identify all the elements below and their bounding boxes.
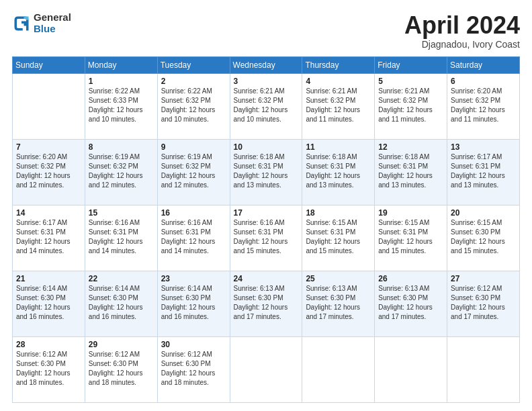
page: General Blue April 2024 Djagnadou, Ivory… — [0, 0, 532, 411]
day-number: 18 — [306, 208, 371, 218]
table-cell: 10Sunrise: 6:18 AMSunset: 6:31 PMDayligh… — [230, 139, 302, 205]
day-number: 23 — [161, 274, 226, 283]
day-info: Sunrise: 6:12 AMSunset: 6:30 PMDaylight:… — [451, 284, 516, 322]
table-cell: 22Sunrise: 6:14 AMSunset: 6:30 PMDayligh… — [85, 271, 157, 336]
col-saturday: Saturday — [447, 56, 520, 73]
day-number: 9 — [161, 142, 226, 152]
day-info: Sunrise: 6:17 AMSunset: 6:31 PMDaylight:… — [16, 218, 81, 256]
day-info: Sunrise: 6:18 AMSunset: 6:31 PMDaylight:… — [306, 152, 371, 190]
table-cell: 1Sunrise: 6:22 AMSunset: 6:33 PMDaylight… — [85, 73, 157, 139]
day-number: 27 — [451, 274, 516, 283]
table-cell: 7Sunrise: 6:20 AMSunset: 6:32 PMDaylight… — [13, 139, 85, 205]
day-number: 13 — [451, 142, 516, 152]
table-cell: 19Sunrise: 6:15 AMSunset: 6:31 PMDayligh… — [375, 205, 447, 271]
day-info: Sunrise: 6:15 AMSunset: 6:30 PMDaylight:… — [451, 218, 516, 256]
table-cell: 29Sunrise: 6:12 AMSunset: 6:30 PMDayligh… — [85, 336, 157, 402]
table-cell: 2Sunrise: 6:22 AMSunset: 6:32 PMDaylight… — [157, 73, 230, 139]
day-info: Sunrise: 6:18 AMSunset: 6:31 PMDaylight:… — [234, 152, 299, 190]
table-cell: 13Sunrise: 6:17 AMSunset: 6:31 PMDayligh… — [447, 139, 520, 205]
day-info: Sunrise: 6:13 AMSunset: 6:30 PMDaylight:… — [306, 284, 371, 322]
day-info: Sunrise: 6:20 AMSunset: 6:32 PMDaylight:… — [16, 152, 81, 190]
table-cell: 25Sunrise: 6:13 AMSunset: 6:30 PMDayligh… — [302, 271, 375, 336]
col-wednesday: Wednesday — [230, 56, 302, 73]
table-cell: 3Sunrise: 6:21 AMSunset: 6:32 PMDaylight… — [230, 73, 302, 139]
logo-general: General — [34, 12, 71, 24]
day-info: Sunrise: 6:22 AMSunset: 6:32 PMDaylight:… — [161, 87, 226, 124]
day-number: 19 — [378, 208, 443, 218]
table-cell: 9Sunrise: 6:19 AMSunset: 6:32 PMDaylight… — [157, 139, 230, 205]
day-info: Sunrise: 6:14 AMSunset: 6:30 PMDaylight:… — [161, 284, 226, 322]
day-info: Sunrise: 6:12 AMSunset: 6:30 PMDaylight:… — [89, 350, 154, 387]
day-info: Sunrise: 6:21 AMSunset: 6:32 PMDaylight:… — [378, 87, 443, 124]
day-info: Sunrise: 6:16 AMSunset: 6:31 PMDaylight:… — [234, 218, 299, 256]
table-cell: 17Sunrise: 6:16 AMSunset: 6:31 PMDayligh… — [230, 205, 302, 271]
table-cell: 15Sunrise: 6:16 AMSunset: 6:31 PMDayligh… — [85, 205, 157, 271]
col-sunday: Sunday — [13, 56, 85, 73]
day-info: Sunrise: 6:12 AMSunset: 6:30 PMDaylight:… — [161, 350, 226, 387]
day-info: Sunrise: 6:17 AMSunset: 6:31 PMDaylight:… — [451, 152, 516, 190]
day-number: 7 — [16, 142, 81, 152]
table-cell: 5Sunrise: 6:21 AMSunset: 6:32 PMDaylight… — [375, 73, 447, 139]
table-cell — [302, 336, 375, 402]
day-info: Sunrise: 6:15 AMSunset: 6:31 PMDaylight:… — [306, 218, 371, 256]
table-cell: 20Sunrise: 6:15 AMSunset: 6:30 PMDayligh… — [447, 205, 520, 271]
day-info: Sunrise: 6:22 AMSunset: 6:33 PMDaylight:… — [89, 87, 154, 124]
day-number: 17 — [234, 208, 299, 218]
table-cell: 4Sunrise: 6:21 AMSunset: 6:32 PMDaylight… — [302, 73, 375, 139]
week-row-4: 21Sunrise: 6:14 AMSunset: 6:30 PMDayligh… — [13, 271, 520, 336]
day-number: 29 — [89, 340, 154, 349]
header: General Blue April 2024 Djagnadou, Ivory… — [12, 12, 520, 50]
day-number: 28 — [16, 340, 81, 349]
table-cell — [447, 336, 520, 402]
table-cell: 6Sunrise: 6:20 AMSunset: 6:32 PMDaylight… — [447, 73, 520, 139]
day-number: 6 — [451, 77, 516, 86]
table-cell: 28Sunrise: 6:12 AMSunset: 6:30 PMDayligh… — [13, 336, 85, 402]
col-friday: Friday — [375, 56, 447, 73]
day-number: 26 — [378, 274, 443, 283]
day-number: 11 — [306, 142, 371, 152]
table-cell: 12Sunrise: 6:18 AMSunset: 6:31 PMDayligh… — [375, 139, 447, 205]
day-number: 30 — [161, 340, 226, 349]
col-tuesday: Tuesday — [157, 56, 230, 73]
table-cell: 21Sunrise: 6:14 AMSunset: 6:30 PMDayligh… — [13, 271, 85, 336]
day-info: Sunrise: 6:13 AMSunset: 6:30 PMDaylight:… — [378, 284, 443, 322]
day-number: 5 — [378, 77, 443, 86]
day-info: Sunrise: 6:14 AMSunset: 6:30 PMDaylight:… — [16, 284, 81, 322]
day-number: 22 — [89, 274, 154, 283]
day-info: Sunrise: 6:14 AMSunset: 6:30 PMDaylight:… — [89, 284, 154, 322]
table-cell: 16Sunrise: 6:16 AMSunset: 6:31 PMDayligh… — [157, 205, 230, 271]
day-number: 16 — [161, 208, 226, 218]
day-info: Sunrise: 6:19 AMSunset: 6:32 PMDaylight:… — [89, 152, 154, 190]
day-number: 14 — [16, 208, 81, 218]
logo-blue: Blue — [34, 24, 71, 35]
day-number: 24 — [234, 274, 299, 283]
day-number: 21 — [16, 274, 81, 283]
day-number: 1 — [89, 77, 154, 86]
week-row-1: 1Sunrise: 6:22 AMSunset: 6:33 PMDaylight… — [13, 73, 520, 139]
general-blue-icon — [12, 14, 31, 33]
day-info: Sunrise: 6:21 AMSunset: 6:32 PMDaylight:… — [306, 87, 371, 124]
col-thursday: Thursday — [302, 56, 375, 73]
day-number: 3 — [234, 77, 299, 86]
table-cell — [230, 336, 302, 402]
title-location: Djagnadou, Ivory Coast — [404, 39, 520, 50]
day-number: 8 — [89, 142, 154, 152]
day-info: Sunrise: 6:18 AMSunset: 6:31 PMDaylight:… — [378, 152, 443, 190]
day-number: 2 — [161, 77, 226, 86]
title-block: April 2024 Djagnadou, Ivory Coast — [404, 12, 520, 50]
table-cell: 30Sunrise: 6:12 AMSunset: 6:30 PMDayligh… — [157, 336, 230, 402]
logo: General Blue — [12, 12, 71, 34]
table-cell: 26Sunrise: 6:13 AMSunset: 6:30 PMDayligh… — [375, 271, 447, 336]
day-info: Sunrise: 6:12 AMSunset: 6:30 PMDaylight:… — [16, 350, 81, 387]
day-number: 20 — [451, 208, 516, 218]
table-cell: 8Sunrise: 6:19 AMSunset: 6:32 PMDaylight… — [85, 139, 157, 205]
table-cell: 14Sunrise: 6:17 AMSunset: 6:31 PMDayligh… — [13, 205, 85, 271]
day-info: Sunrise: 6:19 AMSunset: 6:32 PMDaylight:… — [161, 152, 226, 190]
day-info: Sunrise: 6:16 AMSunset: 6:31 PMDaylight:… — [89, 218, 154, 256]
table-cell: 27Sunrise: 6:12 AMSunset: 6:30 PMDayligh… — [447, 271, 520, 336]
title-month: April 2024 — [404, 12, 520, 39]
logo-text: General Blue — [34, 12, 71, 34]
calendar-header-row: Sunday Monday Tuesday Wednesday Thursday… — [13, 56, 520, 73]
col-monday: Monday — [85, 56, 157, 73]
day-number: 15 — [89, 208, 154, 218]
